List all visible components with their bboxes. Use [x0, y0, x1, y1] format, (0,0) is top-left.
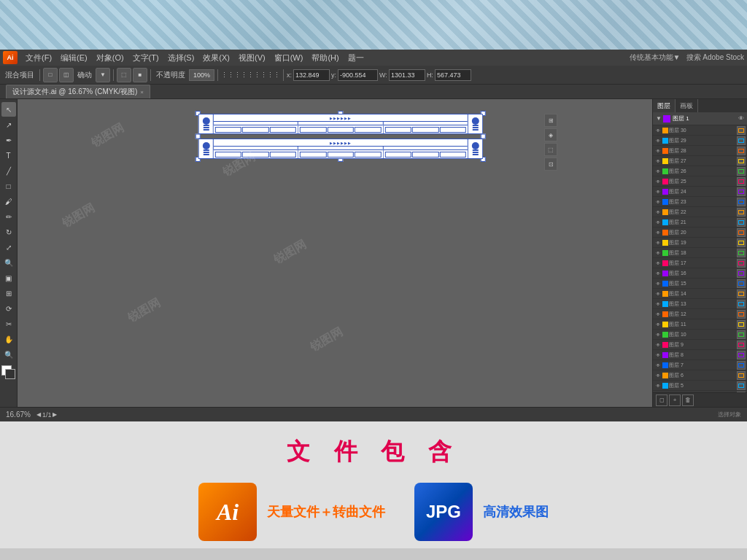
tool-zoom[interactable]: 🔍 — [1, 347, 16, 362]
prev-page[interactable]: ◀ — [36, 411, 41, 418]
page-indicator: ◀ 1/1 ▶ — [36, 411, 58, 419]
document-tab[interactable]: 设计源文件.ai @ 16.67% (CMYK/视图) × — [6, 85, 150, 98]
menu-object[interactable]: 对象(O) — [93, 52, 128, 63]
layer-expand-icon[interactable]: ▼ — [656, 115, 662, 122]
layer-item[interactable]: 👁 图层 13 — [653, 299, 747, 309]
menu-text[interactable]: 文字(T) — [129, 52, 163, 63]
layer-item[interactable]: 👁 图层 29 — [653, 136, 747, 146]
tool-select[interactable]: ↖ — [1, 102, 16, 117]
menu-effect[interactable]: 效果(X) — [199, 52, 233, 63]
greek-key-row-3 — [383, 125, 467, 133]
tool-rotate[interactable]: ↻ — [1, 225, 16, 239]
color-selector[interactable] — [1, 365, 16, 380]
new-layer-btn[interactable]: + — [669, 394, 681, 406]
tool-hand[interactable]: ✋ — [1, 332, 16, 346]
layer-item[interactable]: 👁 图层 12 — [653, 309, 747, 319]
layer-color-swatch — [662, 322, 668, 327]
layer-item[interactable]: 👁 图层 17 — [653, 258, 747, 268]
layer-item[interactable]: 👁 图层 27 — [653, 156, 747, 166]
tool-eyedropper[interactable]: 🔍 — [1, 255, 16, 270]
toolbar: 混合项目 □ ◫ 确动 ▼ ⬚ ■ 不透明度 100% ⋮⋮⋮⋮⋮⋮⋮⋮⋮ x:… — [0, 66, 747, 85]
layer-color-swatch — [662, 230, 668, 236]
layer-item[interactable]: 👁 图层 14 — [653, 289, 747, 299]
menu-select[interactable]: 选择(S) — [164, 52, 198, 63]
coord-x-input[interactable] — [293, 69, 330, 81]
layer-eye: 👁 — [654, 311, 662, 318]
toolbar-btn-1[interactable]: □ — [43, 68, 58, 82]
menu-view[interactable]: 视图(V) — [235, 52, 269, 63]
coord-y-input[interactable] — [338, 69, 378, 81]
workspace-selector[interactable]: 传统基本功能▼ — [630, 52, 681, 63]
layer-item[interactable]: 👁 图层 6 — [653, 370, 747, 381]
coord-w-input[interactable] — [389, 69, 425, 81]
panel-5 — [298, 147, 383, 158]
opacity-value[interactable]: 100% — [189, 69, 214, 81]
layer-item[interactable]: 👁 图层 11 — [653, 319, 747, 330]
layer-visibility[interactable]: 👁 — [738, 115, 744, 122]
tool-direct-select[interactable]: ↗ — [1, 117, 16, 132]
layer-item[interactable]: 👁 图层 18 — [653, 248, 747, 258]
layer-item[interactable]: 👁 图层 5 — [653, 381, 747, 391]
menu-help[interactable]: 帮助(H) — [308, 52, 342, 63]
layer-item[interactable]: 👁 图层 16 — [653, 268, 747, 279]
tool-line[interactable]: ╱ — [1, 163, 16, 178]
layer-item[interactable]: 👁 图层 21 — [653, 217, 747, 228]
next-page[interactable]: ▶ — [53, 411, 57, 418]
prop-icon-3[interactable]: ⬚ — [544, 143, 557, 156]
layer-eye: 👁 — [654, 137, 662, 144]
toolbar-btn-3[interactable]: ▼ — [96, 68, 110, 82]
tool-rect[interactable]: □ — [1, 179, 16, 193]
layer-item[interactable]: 👁 图层 23 — [653, 197, 747, 207]
tool-type[interactable]: T — [1, 148, 16, 163]
layer-item[interactable]: 👁 图层 22 — [653, 207, 747, 217]
coord-y-label: y: — [331, 71, 336, 79]
tool-scale[interactable]: ⤢ — [1, 240, 16, 254]
adobe-stock-search[interactable]: 搜索 Adobe Stock — [686, 52, 744, 63]
layer-item[interactable]: 👁 图层 30 — [653, 125, 747, 136]
tool-blend[interactable]: ⟳ — [1, 301, 16, 316]
layer-item[interactable]: 👁 图层 19 — [653, 238, 747, 248]
layer-item[interactable]: 👁 图层 7 — [653, 360, 747, 370]
top-image-strip — [0, 0, 747, 50]
menu-extra[interactable]: 题一 — [344, 52, 368, 63]
menu-edit[interactable]: 编辑(E) — [57, 52, 91, 63]
layer-item[interactable]: 👁 图层 24 — [653, 187, 747, 197]
watermark-6: 锐图网 — [308, 324, 346, 355]
layer-item[interactable]: 👁 图层 28 — [653, 146, 747, 156]
layer-item[interactable]: 👁 图层 25 — [653, 176, 747, 187]
layers-tab[interactable]: 图层 — [653, 99, 676, 112]
toolbar-fill[interactable]: ■ — [133, 68, 147, 82]
layer-item[interactable]: 👁 图层 15 — [653, 279, 747, 289]
prop-icon-4[interactable]: ⊡ — [544, 158, 557, 171]
delete-layer-btn[interactable]: 🗑 — [682, 394, 694, 406]
layer-color-swatch — [662, 250, 668, 256]
document-tab-close[interactable]: × — [140, 89, 144, 96]
toolbar-sep-1 — [39, 69, 40, 81]
toolbar-stroke[interactable]: ⬚ — [117, 68, 131, 82]
zoom-control[interactable]: 16.67% — [6, 411, 31, 419]
banner-row-1: ▶▶▶▶▶▶ — [198, 114, 483, 134]
canvas-area[interactable]: 锐图网 锐图网 锐图网 锐图网 锐图网 锐图网 — [18, 99, 652, 407]
layer-item[interactable]: 👁 图层 9 — [653, 340, 747, 350]
layer-item[interactable]: 👁 图层 20 — [653, 228, 747, 238]
prop-icon-1[interactable]: ⊞ — [544, 114, 557, 127]
tool-gradient[interactable]: ▣ — [1, 271, 16, 285]
layer-item[interactable]: 👁 图层 26 — [653, 166, 747, 176]
layer-item[interactable]: 👁 图层 8 — [653, 350, 747, 360]
file-contains-title: 文 件 包 含 — [287, 436, 461, 468]
tool-pencil[interactable]: ✏ — [1, 209, 16, 224]
tool-mesh[interactable]: ⊞ — [1, 286, 16, 300]
banner-row-2: ▶▶▶▶▶▶ — [198, 139, 483, 159]
layer-item[interactable]: 👁 图层 10 — [653, 330, 747, 340]
prop-icon-2[interactable]: ◈ — [544, 128, 557, 141]
coord-h-input[interactable] — [435, 69, 471, 81]
artboards-tab[interactable]: 画板 — [676, 99, 698, 112]
tool-pen[interactable]: ✒ — [1, 133, 16, 147]
tool-paintbrush[interactable]: 🖌 — [1, 194, 16, 209]
make-clip-mask-btn[interactable]: ◻ — [656, 394, 667, 406]
menu-window[interactable]: 窗口(W) — [271, 52, 307, 63]
menu-file[interactable]: 文件(F) — [22, 52, 55, 63]
tool-scissors[interactable]: ✂ — [1, 316, 16, 331]
layer-thumb — [737, 167, 746, 176]
toolbar-btn-2[interactable]: ◫ — [59, 68, 74, 82]
